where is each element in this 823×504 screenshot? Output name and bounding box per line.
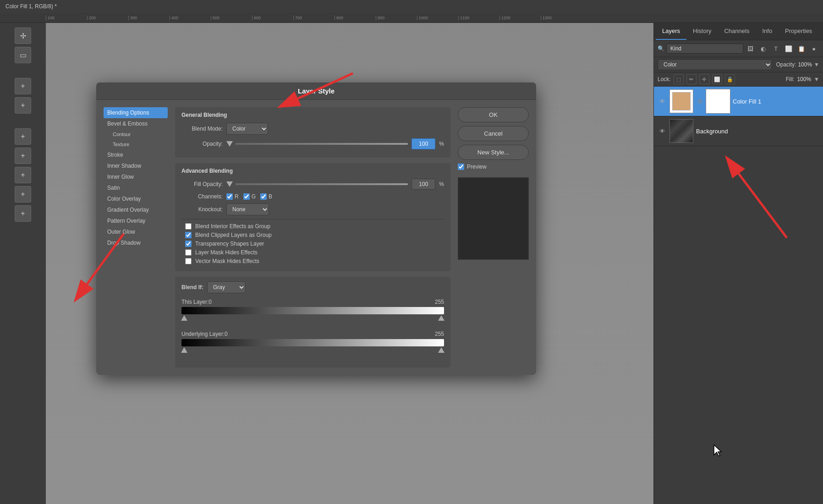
layers-search-input[interactable] [666, 44, 743, 54]
styles-list-item-inner-glow[interactable]: Inner Glow [104, 171, 168, 182]
this-layer-gradient[interactable] [181, 307, 444, 314]
styles-list-item-pattern-overlay[interactable]: Pattern Overlay [104, 215, 168, 226]
checkbox-blend-clipped: Blend Clipped Layers as Group [181, 232, 444, 238]
styles-list-item-gradient-overlay[interactable]: Gradient Overlay [104, 204, 168, 215]
channel-b-checkbox[interactable] [260, 193, 267, 200]
checkbox-transparency-shapes-input[interactable] [185, 241, 192, 247]
blend-if-select[interactable]: Gray Red Green Blue [207, 281, 246, 293]
lock-row: Lock: ⬚ ✏ ✢ ⬜ 🔒 Fill: 100% ▼ [654, 72, 823, 87]
fill-opacity-label: Fill Opacity: [181, 181, 223, 187]
layer-eye-background[interactable]: 👁 [658, 126, 667, 136]
tool-move[interactable]: ✢ [15, 27, 31, 44]
layers-blend-opacity-row: Color Normal Opacity: 100% ▼ [654, 57, 823, 72]
layer-chain-color-fill-1: ⛓ [696, 98, 703, 105]
checkbox-layer-mask-hides: Layer Mask Hides Effects [181, 249, 444, 256]
fill-opacity-input[interactable] [412, 179, 435, 190]
opacity-slider-thumb[interactable] [226, 141, 233, 147]
styles-list-item-texture[interactable]: Texture [104, 139, 168, 149]
ok-button[interactable]: OK [458, 107, 529, 122]
this-layer-left-arrow[interactable] [181, 315, 187, 321]
tab-history[interactable]: History [686, 23, 718, 40]
fill-chevron[interactable]: ▼ [814, 76, 819, 82]
lock-paint-btn[interactable]: ✏ [686, 74, 697, 84]
layers-icon-dot[interactable]: ● [808, 43, 819, 54]
layer-item-background[interactable]: 👁 Background [654, 116, 823, 146]
opacity-row: Opacity: % [181, 138, 444, 149]
checkbox-blend-clipped-input[interactable] [185, 232, 192, 238]
channel-r-label[interactable]: R [226, 193, 239, 200]
layers-icon-shape[interactable]: ⬜ [783, 43, 794, 54]
ruler-mark: 500 [211, 16, 252, 20]
tool-marquee[interactable]: ▭ [15, 47, 31, 63]
cancel-button[interactable]: Cancel [458, 126, 529, 141]
underlying-layer-right-arrow[interactable] [438, 347, 444, 353]
blend-if-row: Blend If: Gray Red Green Blue [181, 281, 444, 293]
styles-list-item-color-overlay[interactable]: Color Overlay [104, 193, 168, 204]
layers-panel-body [654, 146, 823, 504]
ruler-mark: 200 [87, 16, 128, 20]
lock-all-btn[interactable]: 🔒 [725, 74, 735, 84]
tool-add-7[interactable]: + [15, 205, 31, 222]
underlying-layer-max: 255 [435, 331, 444, 337]
layer-item-color-fill-1[interactable]: 👁 ⛓ Color Fill 1 [654, 87, 823, 116]
styles-list: Blending Options Bevel & Emboss Contour … [104, 107, 168, 367]
tool-add-1[interactable]: + [15, 78, 31, 94]
styles-list-item-contour[interactable]: Contour [104, 129, 168, 139]
opacity-slider-container [226, 141, 408, 147]
checkbox-blend-interior-input[interactable] [185, 223, 192, 230]
lock-transparency-btn[interactable]: ⬚ [674, 74, 684, 84]
layers-icon-smart[interactable]: 📋 [796, 43, 807, 54]
tool-add-6[interactable]: + [15, 186, 31, 203]
tool-add-2[interactable]: + [15, 97, 31, 114]
styles-list-item-stroke[interactable]: Stroke [104, 149, 168, 160]
underlying-layer-gradient[interactable] [181, 339, 444, 346]
styles-list-item-blending-options[interactable]: Blending Options [104, 107, 168, 118]
channels-row: Channels: R G [181, 193, 444, 200]
channel-g-label[interactable]: G [243, 193, 256, 200]
layers-icon-text[interactable]: T [770, 43, 781, 54]
channel-b-label[interactable]: B [260, 193, 272, 200]
tab-properties[interactable]: Properties [779, 23, 818, 40]
blend-mode-label: Blend Mode: [181, 126, 223, 132]
styles-list-item-bevel[interactable]: Bevel & Emboss [104, 118, 168, 129]
underlying-layer-left-arrow[interactable] [181, 347, 187, 353]
checkbox-vector-mask-hides-input[interactable] [185, 258, 192, 264]
layers-icon-img[interactable]: 🖼 [745, 43, 756, 54]
blend-mode-select[interactable]: Color Normal Multiply Screen [226, 123, 268, 135]
checkbox-layer-mask-hides-input[interactable] [185, 249, 192, 256]
fill-opacity-slider-thumb[interactable] [226, 181, 233, 187]
opacity-chevron[interactable]: ▼ [814, 61, 819, 68]
tool-add-3[interactable]: + [15, 128, 31, 145]
layer-eye-color-fill-1[interactable]: 👁 [658, 97, 667, 106]
tool-add-5[interactable]: + [15, 167, 31, 183]
lock-move-btn[interactable]: ✢ [699, 74, 709, 84]
styles-list-item-satin[interactable]: Satin [104, 182, 168, 193]
layers-icon-adj[interactable]: ◐ [758, 43, 769, 54]
tab-layers[interactable]: Layers [656, 23, 686, 40]
styles-list-item-inner-shadow[interactable]: Inner Shadow [104, 160, 168, 171]
right-panel: OK Cancel New Style... Preview [458, 107, 529, 367]
this-layer-labels: This Layer: 0 255 [181, 299, 444, 305]
lock-artboard-btn[interactable]: ⬜ [712, 74, 722, 84]
preview-checkbox[interactable] [458, 164, 464, 170]
styles-list-item-outer-glow[interactable]: Outer Glow [104, 226, 168, 237]
this-layer-right-arrow[interactable] [438, 315, 444, 321]
svg-line-5 [739, 174, 787, 238]
opacity-input[interactable] [412, 138, 435, 149]
fill-opacity-slider-track[interactable] [236, 183, 408, 185]
tab-info[interactable]: Info [756, 23, 779, 40]
channel-r-checkbox[interactable] [226, 193, 233, 200]
knockout-row: Knockout: None Shallow Deep [181, 203, 444, 215]
general-blending-title: General Blending [181, 112, 444, 118]
layer-mask-color-fill-1 [706, 89, 730, 113]
styles-list-item-drop-shadow[interactable]: Drop Shadow [104, 237, 168, 248]
new-style-button[interactable]: New Style... [458, 145, 529, 160]
layers-blend-mode[interactable]: Color Normal [658, 59, 772, 70]
opacity-slider-track[interactable] [236, 143, 408, 145]
tab-channels[interactable]: Channels [718, 23, 756, 40]
knockout-select[interactable]: None Shallow Deep [226, 203, 269, 215]
checkbox-vector-mask-hides: Vector Mask Hides Effects [181, 258, 444, 264]
panel-tabs: Layers History Channels Info Properties [654, 23, 823, 40]
channel-g-checkbox[interactable] [243, 193, 250, 200]
tool-add-4[interactable]: + [15, 148, 31, 164]
